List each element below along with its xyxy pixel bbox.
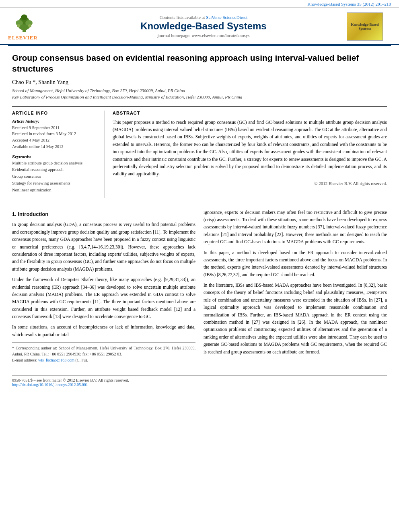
body-para-3: In some situations, an account of incomp… [12,323,195,338]
elsevier-wordmark: ELSEVIER [8,35,38,41]
sciverse-line: Contents lists available at SciVerse Sci… [60,15,347,20]
abstract-text: This paper proposes a method to reach re… [113,119,387,178]
keyword-2: Evidential reasoning approach [12,166,98,173]
keywords-block: Keywords: Multiple attribute group decis… [12,154,98,194]
paper-content: Group consensus based on evidential reas… [0,46,399,371]
left-col: 1. Introduction In group decision analys… [12,209,195,364]
article-info: ARTICLE INFO Article history: Received 9… [12,111,105,198]
journal-header-center: Contents lists available at SciVerse Sci… [60,15,347,38]
authors: Chao Fu *, Shanlin Yang [12,79,387,86]
main-body: 1. Introduction In group decision analys… [12,209,387,364]
svg-point-7 [17,24,20,27]
elsevier-logo: ELSEVIER [8,12,60,41]
keywords-heading: Keywords: [12,154,98,159]
article-history-block: Article history: Received 9 September 20… [12,119,98,150]
history-heading: Article history: [12,119,98,123]
journal-header: ELSEVIER Contents lists available at Sci… [0,8,399,45]
right-para-2: In this paper, a method is developed bas… [204,249,387,279]
affiliation-1: School of Management, Hefei University o… [12,87,387,94]
svg-point-4 [21,14,27,20]
affiliation-2: Key Laboratory of Process Optimization a… [12,94,387,101]
keywords-list: Multiple attribute group decision analys… [12,160,98,194]
journal-logo-area: Knowledge-Based Systems [347,12,391,41]
footnote-star: * Corresponding author at: School of Man… [12,345,195,357]
email-suffix: (C. Fu). [76,358,88,362]
revised-date: Received in revised form 3 May 2012 [12,131,98,137]
right-para-3: In the literature, IBSs and IBS-based MA… [204,281,387,355]
elsevier-tree-icon [8,12,40,34]
affiliations: School of Management, Hefei University o… [12,87,387,101]
journal-homepage: journal homepage: www.elsevier.com/locat… [60,33,347,38]
paper-title: Group consensus based on evidential reas… [12,52,387,74]
bottom-bar: 0950-7051/$ – see front matter © 2012 El… [12,375,387,391]
doi-line[interactable]: http://dx.doi.org/10.1016/j.knosys.2012.… [12,382,387,387]
email-label: E-mail address: [12,358,37,362]
right-para-1: ignorance, experts or decision makers ma… [204,209,387,246]
available-date: Available online 14 May 2012 [12,144,98,150]
keyword-3: Group consensus [12,173,98,180]
keyword-5: Nonlinear optimization [12,187,98,194]
journal-ref: Knowledge-Based Systems 35 (2012) 201–21… [307,2,391,6]
body-para-1: In group decision analysis (GDA), a cons… [12,221,195,273]
keyword-1: Multiple attribute group decision analys… [12,160,98,167]
journal-logo-img: Knowledge-Based Systems [347,12,383,41]
journal-title: Knowledge-Based Systems [60,21,347,32]
received-date: Received 9 September 2011 [12,125,98,131]
keyword-4: Strategy for renewing assessments [12,180,98,187]
elsevier-logo-area: ELSEVIER [8,12,60,41]
abstract-section: ABSTRACT This paper proposes a method to… [113,111,387,198]
section1-heading: 1. Introduction [12,210,195,219]
abstract-heading: ABSTRACT [113,111,387,115]
article-info-heading: ARTICLE INFO [12,111,98,115]
body-para-2: Under the framework of Dempster–Shafer t… [12,276,195,320]
article-info-abstract-section: ARTICLE INFO Article history: Received 9… [12,106,387,202]
footnote-email: E-mail address: wls_fuchao@163.com (C. F… [12,357,195,363]
accepted-date: Accepted 4 May 2012 [12,137,98,144]
journal-top-bar: Knowledge-Based Systems 35 (2012) 201–21… [0,0,399,8]
sciverse-link[interactable]: SciVerse ScienceDirect [206,15,247,20]
issn-line: 0950-7051/$ – see front matter © 2012 El… [12,378,387,382]
email-address[interactable]: wls_fuchao@163.com [38,358,74,362]
right-col: ignorance, experts or decision makers ma… [204,209,387,364]
copyright-line: © 2012 Elsevier B.V. All rights reserved… [113,181,387,186]
footnote-section: * Corresponding author at: School of Man… [12,342,195,363]
svg-point-8 [28,24,31,27]
